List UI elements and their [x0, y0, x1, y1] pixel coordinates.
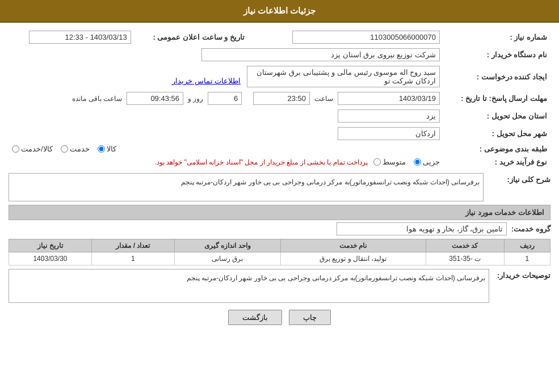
province-label: استان محل تحویل :	[443, 107, 550, 125]
purchase-type-value-cell: متوسط جزیی پرداخت تمام یا بخشی از مبلغ خ…	[9, 155, 443, 168]
services-table-body: 1ت -35-351تولید، انتقال و توزیع برقبرق ر…	[9, 252, 550, 265]
deadline-row: 1403/03/19 ساعت 23:50 6 روز و 09:43:56 س…	[12, 92, 440, 105]
buyer-org-value: شرکت توزیع نیروی برق استان یزد	[201, 48, 440, 61]
category-radio-kala-khedmat[interactable]: کالا/خدمت	[12, 145, 53, 153]
services-header-row: ردیف کد خدمت نام خدمت واحد اندازه گیری ت…	[9, 239, 550, 252]
row-deadline: مهلت ارسال پاسخ: تا تاریخ : 1403/03/19 س…	[9, 90, 550, 107]
button-row: چاپ بازگشت	[9, 310, 550, 331]
row-buyer-org: نام دستگاه خریدار : شرکت توزیع نیروی برق…	[9, 46, 550, 64]
purchase-radio-mottavaset[interactable]: متوسط	[373, 158, 406, 166]
need-number-value-cell: 1103005066000070	[265, 28, 443, 46]
category-label: طبقه بندی موضوعی :	[443, 142, 550, 155]
buyer-org-label: نام دستگاه خریدار :	[443, 46, 550, 64]
need-desc-value: برفرسانی (احداث شبکه ونصب ترانسفورماتور)…	[9, 173, 484, 201]
page-title: جزئیات اطلاعات نیاز	[243, 6, 316, 15]
row-need-number: شماره نیاز : 1103005066000070 تاریخ و سا…	[9, 28, 550, 46]
province-value-cell: یزد	[9, 107, 443, 125]
col-quantity: تعداد / مقدار	[91, 239, 174, 252]
purchase-radio-mottavaset-input[interactable]	[373, 158, 381, 166]
purchase-radio-jozi-input[interactable]	[414, 158, 421, 166]
need-desc-section: شرح کلی نیاز: برفرسانی (احداث شبکه ونصب …	[9, 173, 550, 201]
page-wrapper: جزئیات اطلاعات نیاز شماره نیاز : 1103005…	[0, 0, 559, 392]
service-group-label: گروه خدمت:	[511, 225, 550, 233]
purchase-note: پرداخت تمام یا بخشی از مبلغ خریدار از مح…	[155, 158, 368, 166]
services-table: ردیف کد خدمت نام خدمت واحد اندازه گیری ت…	[9, 239, 550, 265]
need-desc-label: شرح کلی نیاز:	[488, 173, 550, 184]
col-service-code: کد خدمت	[426, 239, 504, 252]
buyer-desc-value: برفرسانی (احداث شبکه ونصب ترانسفورماتور)…	[9, 269, 489, 303]
category-radio-khedmat-input[interactable]	[61, 145, 68, 153]
announce-value: 1403/03/13 - 12:33	[29, 31, 131, 44]
deadline-label: مهلت ارسال پاسخ: تا تاریخ :	[443, 90, 550, 107]
announce-value-cell: 1403/03/13 - 12:33	[9, 28, 135, 46]
deadline-value-cell: 1403/03/19 ساعت 23:50 6 روز و 09:43:56 س…	[9, 90, 443, 107]
services-section-header: اطلاعات خدمات مورد نیاز	[9, 205, 550, 220]
need-number-value: 1103005066000070	[292, 31, 440, 44]
col-unit: واحد اندازه گیری	[174, 239, 280, 252]
category-radio-khedmat[interactable]: خدمت	[61, 145, 90, 153]
creator-link[interactable]: اطلاعات تماس خریدار	[172, 77, 241, 85]
row-purchase-type: نوع فرآیند خرید : متوسط جزیی	[9, 155, 550, 168]
services-table-header: ردیف کد خدمت نام خدمت واحد اندازه گیری ت…	[9, 239, 550, 252]
deadline-remaining: 09:43:56	[127, 92, 183, 105]
category-radio-kala-input[interactable]	[98, 145, 105, 153]
table-cell-code: ت -35-351	[426, 252, 504, 265]
category-radio-group: کالا/خدمت خدمت کالا	[12, 145, 440, 153]
buyer-org-value-cell: شرکت توزیع نیروی برق استان یزد	[9, 46, 443, 64]
buyer-desc-section: توصیحات خریدار: برفرسانی (احداث شبکه ونص…	[9, 269, 550, 303]
purchase-type-label: نوع فرآیند خرید :	[443, 155, 550, 168]
remaining-label: ساعت باقی مانده	[72, 95, 122, 103]
deadline-days: 6	[208, 92, 242, 105]
buyer-desc-label: توصیحات خریدار:	[494, 269, 550, 280]
announce-label: تاریخ و ساعت اعلان عمومی :	[135, 28, 248, 46]
table-cell-unit: برق رسانی	[174, 252, 280, 265]
table-row: 1ت -35-351تولید، انتقال و توزیع برقبرق ر…	[9, 252, 550, 265]
buyer-desc-box-wrapper: برفرسانی (احداث شبکه ونصب ترانسفورماتور)…	[9, 269, 489, 303]
row-province: استان محل تحویل : یزد	[9, 107, 550, 125]
service-group-row: گروه خدمت: تامین برق، گاز، بخار و تهویه …	[9, 222, 550, 235]
col-service-name: نام خدمت	[280, 239, 426, 252]
category-label-kala-khedmat: کالا/خدمت	[21, 145, 53, 153]
creator-value: سید روح اله موسوی رئیس مالی و پشتیبانی ب…	[247, 66, 440, 87]
purchase-type-row: متوسط جزیی پرداخت تمام یا بخشی از مبلغ خ…	[12, 158, 440, 166]
category-value-cell: کالا/خدمت خدمت کالا	[9, 142, 443, 155]
row-creator: ایجاد کننده درخواست : سید روح اله موسوی …	[9, 64, 550, 90]
category-radio-kala-khedmat-input[interactable]	[12, 145, 19, 153]
need-number-label: شماره نیاز :	[443, 28, 550, 46]
deadline-time: 23:50	[253, 92, 310, 105]
city-label: شهر محل تحویل :	[443, 125, 550, 142]
col-row-num: ردیف	[504, 239, 550, 252]
day-label: روز و	[188, 95, 203, 103]
main-content: شماره نیاز : 1103005066000070 تاریخ و سا…	[0, 23, 559, 336]
category-label-khedmat: خدمت	[70, 145, 90, 153]
province-value: یزد	[338, 109, 440, 123]
row-category: طبقه بندی موضوعی : کالا/خدمت خدمت کالا	[9, 142, 550, 155]
table-cell-date: 1403/03/30	[9, 252, 92, 265]
purchase-radio-group: متوسط جزیی	[373, 158, 440, 166]
row-city: شهر محل تحویل : اردکان	[9, 125, 550, 142]
creator-value-cell: سید روح اله موسوی رئیس مالی و پشتیبانی ب…	[9, 64, 443, 90]
time-label: ساعت	[314, 95, 333, 103]
deadline-date: 1403/03/19	[338, 92, 440, 105]
back-button[interactable]: بازگشت	[228, 310, 282, 325]
need-desc-row: شرح کلی نیاز: برفرسانی (احداث شبکه ونصب …	[9, 173, 550, 201]
table-cell-row: 1	[504, 252, 550, 265]
city-value-cell: اردکان	[9, 125, 443, 142]
table-cell-name: تولید، انتقال و توزیع برق	[280, 252, 426, 265]
city-value: اردکان	[338, 127, 440, 140]
need-desc-box-wrapper: برفرسانی (احداث شبکه ونصب ترانسفورماتور)…	[9, 173, 484, 201]
page-header: جزئیات اطلاعات نیاز	[0, 0, 559, 23]
category-label-kala: کالا	[107, 145, 116, 153]
purchase-label-mottavaset: متوسط	[383, 158, 406, 166]
print-button[interactable]: چاپ	[289, 310, 331, 325]
purchase-label-jozi: جزیی	[423, 158, 440, 166]
table-cell-quantity: 1	[91, 252, 174, 265]
category-radio-kala[interactable]: کالا	[98, 145, 116, 153]
purchase-radio-jozi[interactable]: جزیی	[414, 158, 440, 166]
service-group-value: تامین برق، گاز، بخار و تهویه هوا	[337, 222, 507, 235]
creator-label: ایجاد کننده درخواست :	[443, 64, 550, 90]
info-table: شماره نیاز : 1103005066000070 تاریخ و سا…	[9, 28, 550, 168]
col-date: تاریخ نیاز	[9, 239, 92, 252]
